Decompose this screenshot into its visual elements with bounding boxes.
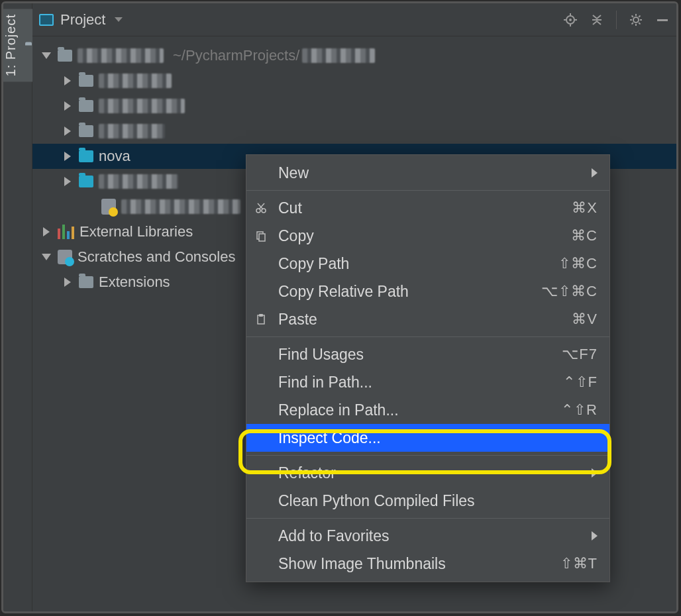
svg-line-12 <box>632 15 633 17</box>
paste-icon <box>252 313 270 325</box>
tree-folder[interactable] <box>32 119 676 144</box>
submenu-arrow-icon <box>592 468 598 478</box>
menu-label: Copy Relative Path <box>278 283 533 301</box>
libraries-icon <box>58 225 74 239</box>
menu-item-inspect-code[interactable]: Inspect Code... <box>246 424 609 452</box>
python-file-icon <box>101 199 116 215</box>
menu-label: Add to Favorites <box>278 527 584 545</box>
project-title: Project <box>60 11 105 28</box>
menu-label: Find in Path... <box>278 374 555 391</box>
project-path: ~/PycharmProjects/ <box>173 47 299 64</box>
menu-item-copy-relative-path[interactable]: Copy Relative Path⌥⇧⌘C <box>246 278 609 305</box>
svg-line-15 <box>639 15 640 17</box>
menu-shortcut: ⌃⇧R <box>561 401 598 419</box>
header-actions <box>563 11 670 29</box>
folder-icon <box>79 150 93 162</box>
context-menu[interactable]: NewCut⌘XCopy⌘CCopy Path⇧⌘CCopy Relative … <box>246 154 610 582</box>
menu-label: Find Usages <box>278 346 554 364</box>
expand-toggle[interactable] <box>62 125 74 137</box>
hide-icon[interactable] <box>655 13 670 27</box>
menu-label: Refactor <box>278 464 584 482</box>
project-selector[interactable]: Project <box>39 11 563 28</box>
svg-point-18 <box>262 209 266 213</box>
menu-item-add-to-favorites[interactable]: Add to Favorites <box>246 522 609 550</box>
menu-item-find-in-path[interactable]: Find in Path...⌃⇧F <box>246 368 609 396</box>
expand-toggle[interactable] <box>62 176 74 187</box>
folder-icon <box>79 176 93 187</box>
menu-shortcut: ⇧⌘T <box>560 555 598 572</box>
menu-item-copy[interactable]: Copy⌘C <box>246 222 609 250</box>
menu-item-cut[interactable]: Cut⌘X <box>246 194 609 222</box>
menu-label: Cut <box>278 199 564 217</box>
menu-shortcut: ⌘C <box>571 227 598 244</box>
menu-label: Copy <box>278 227 563 245</box>
menu-label: Replace in Path... <box>278 401 553 419</box>
label: Extensions <box>99 274 170 291</box>
menu-item-replace-in-path[interactable]: Replace in Path...⌃⇧R <box>246 396 609 424</box>
svg-line-14 <box>632 23 633 24</box>
folder-icon <box>79 100 93 112</box>
expand-toggle[interactable] <box>40 50 52 62</box>
expand-toggle[interactable] <box>62 150 74 162</box>
project-tool-tab[interactable]: 1: Project <box>3 9 32 81</box>
submenu-arrow-icon <box>592 168 598 178</box>
menu-item-show-image-thumbnails[interactable]: Show Image Thumbnails⇧⌘T <box>246 550 609 578</box>
ide-panel: 1: Project Project <box>1 1 678 613</box>
menu-shortcut: ⌃⇧F <box>563 374 598 391</box>
gear-icon[interactable] <box>629 13 643 27</box>
menu-item-copy-path[interactable]: Copy Path⇧⌘C <box>246 250 609 278</box>
tree-folder[interactable] <box>32 93 676 119</box>
menu-item-paste[interactable]: Paste⌘V <box>246 305 609 333</box>
menu-shortcut: ⌥F7 <box>562 346 598 363</box>
expand-toggle[interactable] <box>40 251 52 263</box>
scratches-icon <box>58 250 72 264</box>
cut-icon <box>252 202 270 214</box>
svg-rect-16 <box>657 19 668 21</box>
collapse-icon[interactable] <box>590 13 604 27</box>
svg-point-1 <box>569 19 572 21</box>
svg-point-17 <box>256 209 260 213</box>
menu-item-refactor[interactable]: Refactor <box>246 459 609 487</box>
tool-window-rail: 1: Project <box>3 3 32 611</box>
expand-toggle[interactable] <box>62 75 74 87</box>
menu-shortcut: ⌘V <box>572 311 598 328</box>
menu-label: New <box>278 164 584 182</box>
label: Scratches and Consoles <box>78 248 235 266</box>
menu-shortcut: ⇧⌘C <box>558 255 598 272</box>
label: External Libraries <box>79 223 193 240</box>
expand-toggle[interactable] <box>40 226 52 238</box>
menu-label: Copy Path <box>278 255 550 273</box>
menu-shortcut: ⌥⇧⌘C <box>541 283 598 300</box>
svg-line-13 <box>639 23 640 24</box>
menu-item-clean-python-compiled-files[interactable]: Clean Python Compiled Files <box>246 487 609 515</box>
divider <box>616 11 617 29</box>
submenu-arrow-icon <box>592 531 598 540</box>
svg-rect-22 <box>259 234 265 241</box>
expand-toggle[interactable] <box>62 276 74 288</box>
folder-icon <box>79 75 93 87</box>
menu-label: Paste <box>278 311 564 329</box>
menu-item-new[interactable]: New <box>246 159 609 187</box>
menu-separator <box>246 518 609 519</box>
folder-icon <box>79 276 93 288</box>
obscured-text <box>99 174 178 189</box>
project-icon <box>39 14 54 26</box>
tree-folder[interactable] <box>32 68 676 93</box>
locate-icon[interactable] <box>563 13 578 27</box>
obscured-text <box>99 74 172 88</box>
project-header: Project <box>32 3 676 36</box>
menu-item-find-usages[interactable]: Find Usages⌥F7 <box>246 340 609 368</box>
menu-separator <box>246 455 609 456</box>
obscured-text <box>99 124 165 138</box>
spacer <box>84 201 96 213</box>
menu-label: Show Image Thumbnails <box>278 555 552 573</box>
svg-point-7 <box>633 17 639 23</box>
tree-root[interactable]: ~/PycharmProjects/ <box>32 43 676 68</box>
expand-toggle[interactable] <box>62 100 74 112</box>
folder-icon <box>79 125 93 137</box>
menu-separator <box>246 190 609 191</box>
obscured-text <box>78 48 164 63</box>
obscured-text <box>99 99 185 113</box>
obscured-text <box>302 48 375 63</box>
menu-separator <box>246 336 609 337</box>
